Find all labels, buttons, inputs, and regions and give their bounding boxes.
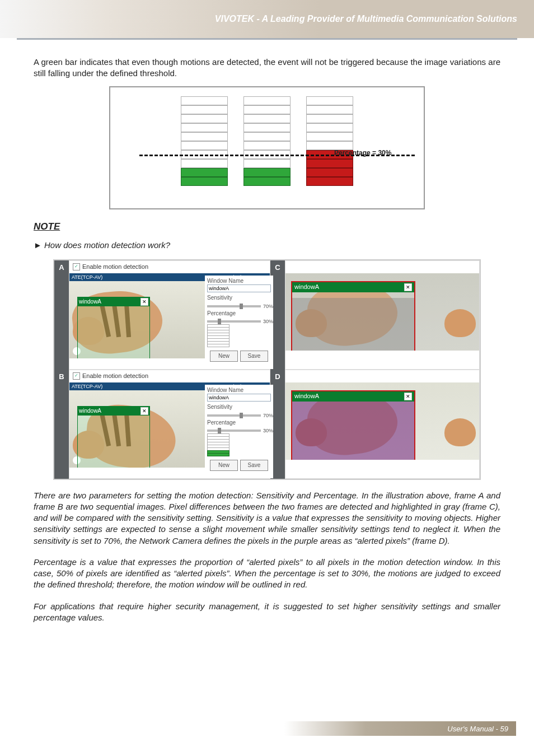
new-button[interactable]: New bbox=[210, 351, 238, 362]
level-indicator bbox=[207, 434, 229, 456]
checkbox-icon[interactable]: ✓ bbox=[73, 372, 80, 380]
frame-a: ✓ Enable motion detection ATE(TCP-AV) 20… bbox=[69, 260, 270, 370]
page-header: VIVOTEK - A Leading Provider of Multimed… bbox=[0, 0, 534, 38]
stream-id: ATE(TCP-AV) bbox=[72, 383, 102, 390]
percentage-value: 30% bbox=[263, 427, 273, 434]
frame-b: ✓ Enable motion detection ATE(TCP-AV) 20… bbox=[69, 370, 270, 479]
percentage-label: Percentage bbox=[207, 419, 271, 427]
enable-motion-label: Enable motion detection bbox=[82, 263, 148, 271]
threshold-figure: Percentage = 30% bbox=[109, 86, 425, 209]
window-name-input[interactable] bbox=[207, 394, 271, 402]
close-icon[interactable]: ✕ bbox=[404, 283, 412, 291]
window-title-c: windowA bbox=[294, 283, 319, 291]
frame-label-a: A bbox=[54, 260, 69, 370]
percentage-slider[interactable]: 30% bbox=[207, 430, 261, 432]
percentage-slider[interactable]: 30% bbox=[207, 320, 261, 323]
note-question: ► How does motion detection work? bbox=[34, 240, 500, 251]
sensitivity-slider[interactable]: 70% bbox=[207, 305, 261, 307]
sensitivity-label: Sensitivity bbox=[207, 294, 271, 302]
brand-tagline: VIVOTEK - A Leading Provider of Multimed… bbox=[215, 14, 517, 24]
sensitivity-value: 70% bbox=[263, 412, 273, 419]
window-title-b: windowA bbox=[79, 407, 101, 415]
percentage-label: Percentage bbox=[207, 310, 271, 318]
threshold-label: Percentage = 30% bbox=[334, 148, 391, 157]
footer-label: User's Manual - 59 bbox=[447, 725, 508, 733]
enable-motion-label: Enable motion detection bbox=[82, 372, 148, 380]
intro-paragraph: A green bar indicates that even though m… bbox=[34, 57, 500, 80]
window-name-input[interactable] bbox=[207, 284, 271, 292]
sensitivity-slider[interactable]: 70% bbox=[207, 414, 261, 417]
threshold-bar-1 bbox=[181, 96, 228, 186]
motion-diagram: A ✓ Enable motion detection ATE(TCP-AV) … bbox=[53, 259, 481, 480]
save-button[interactable]: Save bbox=[240, 351, 268, 362]
checkbox-icon[interactable]: ✓ bbox=[73, 263, 80, 270]
motion-window-a[interactable]: windowA✕ bbox=[77, 297, 150, 358]
sensitivity-label: Sensitivity bbox=[207, 403, 271, 411]
motion-window-d[interactable]: windowA✕ bbox=[291, 390, 415, 460]
window-title-a: windowA bbox=[79, 298, 101, 306]
frame-label-b: B bbox=[54, 370, 69, 479]
body-p3: For applications that require higher sec… bbox=[34, 601, 500, 624]
close-icon[interactable]: ✕ bbox=[140, 407, 148, 415]
motion-window-c[interactable]: windowA✕ bbox=[291, 281, 415, 351]
close-icon[interactable]: ✕ bbox=[404, 393, 412, 400]
sensitivity-value: 70% bbox=[263, 303, 273, 310]
frame-d: windowA✕ bbox=[285, 370, 480, 479]
threshold-bar-2 bbox=[243, 96, 291, 186]
page-footer: User's Manual - 59 bbox=[284, 721, 516, 736]
new-button[interactable]: New bbox=[210, 460, 238, 471]
frame-c: windowA✕ bbox=[285, 260, 480, 370]
body-p2: Percentage is a value that expresses the… bbox=[34, 557, 500, 591]
threshold-bar-3 bbox=[306, 96, 353, 186]
window-name-label: Window Name bbox=[207, 386, 271, 394]
note-heading: NOTE bbox=[34, 221, 500, 234]
motion-window-b[interactable]: windowA✕ bbox=[77, 406, 150, 468]
window-title-d: windowA bbox=[294, 392, 319, 400]
save-button[interactable]: Save bbox=[240, 460, 268, 471]
level-indicator bbox=[207, 325, 229, 347]
percentage-value: 30% bbox=[263, 318, 273, 325]
close-icon[interactable]: ✕ bbox=[140, 298, 148, 306]
body-p1: There are two parameters for setting the… bbox=[34, 490, 500, 547]
window-name-label: Window Name bbox=[207, 277, 271, 285]
stream-id: ATE(TCP-AV) bbox=[72, 274, 102, 281]
